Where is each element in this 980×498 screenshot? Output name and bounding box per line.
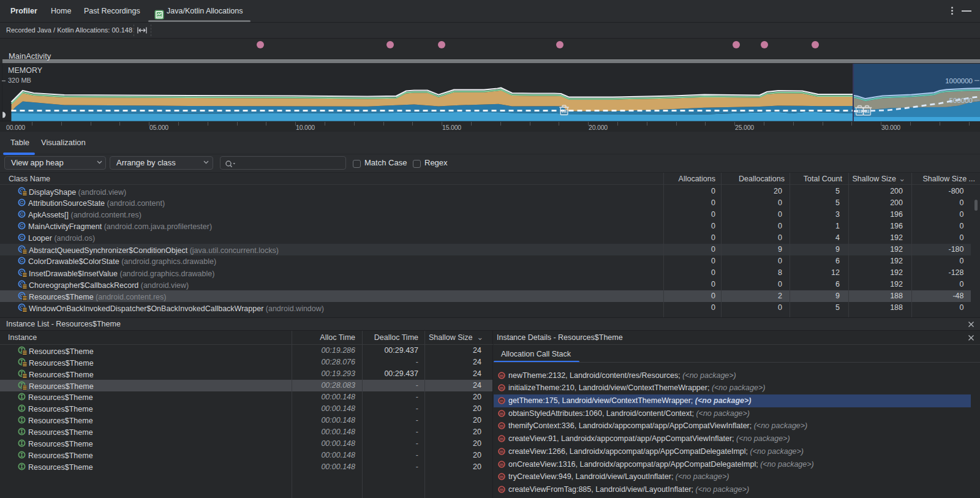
svg-text:C: C xyxy=(20,211,24,217)
svg-text:C: C xyxy=(20,235,24,240)
svg-text:m: m xyxy=(500,373,503,377)
svg-text:m: m xyxy=(500,437,503,441)
svg-text:m: m xyxy=(500,424,503,428)
svg-text:m: m xyxy=(500,399,503,403)
svg-text:C: C xyxy=(20,223,24,228)
svg-text:m: m xyxy=(500,462,503,466)
svg-text:500000: 500000 xyxy=(949,97,973,104)
svg-text:m: m xyxy=(500,449,503,453)
svg-text:m: m xyxy=(500,386,503,390)
svg-text:C: C xyxy=(20,200,24,205)
svg-text:C: C xyxy=(20,258,24,263)
svg-text:1000000: 1000000 xyxy=(945,77,973,85)
svg-text:m: m xyxy=(500,411,503,415)
svg-text:m: m xyxy=(500,488,503,492)
svg-text:m: m xyxy=(500,475,503,479)
